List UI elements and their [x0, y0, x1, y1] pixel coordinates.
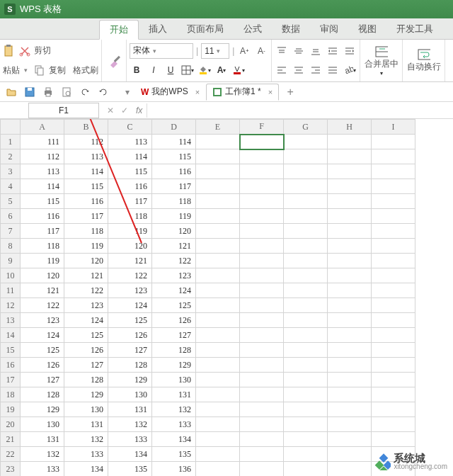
cell-G21[interactable]	[284, 432, 328, 447]
close-icon[interactable]: ×	[268, 88, 273, 96]
col-header-B[interactable]: B	[64, 120, 108, 135]
wps-home-tab[interactable]: W 我的WPS ×	[134, 84, 206, 101]
cell-A6[interactable]: 116	[21, 209, 64, 224]
cell-D1[interactable]: 114	[152, 135, 196, 149]
cell-B2[interactable]: 113	[64, 149, 108, 164]
cell-B19[interactable]: 130	[64, 402, 108, 417]
cell-C20[interactable]: 132	[108, 417, 152, 432]
cell-C2[interactable]: 114	[108, 149, 152, 164]
row-header-4[interactable]: 4	[1, 179, 21, 194]
cell-F5[interactable]	[240, 194, 284, 209]
cell-B8[interactable]: 119	[64, 239, 108, 254]
cell-C16[interactable]: 128	[108, 358, 152, 373]
cell-D20[interactable]: 133	[152, 417, 196, 432]
cell-G15[interactable]	[284, 343, 328, 358]
cell-G7[interactable]	[284, 224, 328, 239]
cell-H2[interactable]	[328, 149, 372, 164]
row-header-7[interactable]: 7	[1, 224, 21, 239]
cell-H4[interactable]	[328, 179, 372, 194]
cell-E8[interactable]	[196, 239, 240, 254]
cell-G2[interactable]	[284, 149, 328, 164]
cell-E2[interactable]	[196, 149, 240, 164]
cell-D12[interactable]: 125	[152, 298, 196, 313]
cell-E13[interactable]	[196, 313, 240, 328]
cell-I18[interactable]	[372, 387, 415, 402]
cell-F18[interactable]	[240, 387, 284, 402]
cell-D16[interactable]: 129	[152, 358, 196, 373]
cell-H20[interactable]	[328, 417, 372, 432]
cell-I5[interactable]	[372, 194, 415, 209]
cell-G4[interactable]	[284, 179, 328, 194]
cell-I4[interactable]	[372, 179, 415, 194]
row-header-13[interactable]: 13	[1, 313, 21, 328]
cell-H12[interactable]	[328, 298, 372, 313]
row-header-20[interactable]: 20	[1, 417, 21, 432]
cell-A19[interactable]: 129	[21, 402, 64, 417]
cell-D5[interactable]: 118	[152, 194, 196, 209]
cell-H3[interactable]	[328, 164, 372, 179]
cell-E19[interactable]	[196, 402, 240, 417]
cell-C8[interactable]: 120	[108, 239, 152, 254]
row-header-16[interactable]: 16	[1, 358, 21, 373]
cell-G5[interactable]	[284, 194, 328, 209]
cell-I15[interactable]	[372, 343, 415, 358]
cell-G8[interactable]	[284, 239, 328, 254]
cell-I16[interactable]	[372, 358, 415, 373]
cell-F13[interactable]	[240, 313, 284, 328]
cell-C19[interactable]: 131	[108, 402, 152, 417]
cell-C17[interactable]: 129	[108, 373, 152, 387]
cell-C6[interactable]: 118	[108, 209, 152, 224]
cell-I10[interactable]	[372, 268, 415, 283]
cell-F20[interactable]	[240, 417, 284, 432]
cell-A3[interactable]: 113	[21, 164, 64, 179]
cell-H10[interactable]	[328, 268, 372, 283]
cell-C10[interactable]: 122	[108, 268, 152, 283]
cell-B21[interactable]: 132	[64, 432, 108, 447]
cell-E21[interactable]	[196, 432, 240, 447]
cell-B14[interactable]: 125	[64, 328, 108, 343]
cell-E7[interactable]	[196, 224, 240, 239]
cell-H22[interactable]	[328, 447, 372, 462]
cell-B4[interactable]: 115	[64, 179, 108, 194]
cell-I19[interactable]	[372, 402, 415, 417]
cell-H16[interactable]	[328, 358, 372, 373]
row-header-5[interactable]: 5	[1, 194, 21, 209]
col-header-D[interactable]: D	[152, 120, 196, 135]
cell-C23[interactable]: 135	[108, 462, 152, 477]
cell-I20[interactable]	[372, 417, 415, 432]
increase-font-icon[interactable]: A+	[237, 44, 251, 58]
cell-I11[interactable]	[372, 283, 415, 298]
cell-H7[interactable]	[328, 224, 372, 239]
select-all-corner[interactable]	[1, 120, 21, 135]
align-top-icon[interactable]	[275, 44, 289, 58]
cell-G16[interactable]	[284, 358, 328, 373]
cell-C15[interactable]: 127	[108, 343, 152, 358]
decrease-font-icon[interactable]: A-	[254, 44, 268, 58]
cell-G20[interactable]	[284, 417, 328, 432]
cell-G6[interactable]	[284, 209, 328, 224]
cell-D4[interactable]: 117	[152, 179, 196, 194]
cell-B6[interactable]: 117	[64, 209, 108, 224]
cell-B15[interactable]: 126	[64, 343, 108, 358]
cell-F17[interactable]	[240, 373, 284, 387]
cell-C22[interactable]: 134	[108, 447, 152, 462]
menu-tab-公式[interactable]: 公式	[234, 19, 272, 39]
cell-I14[interactable]	[372, 328, 415, 343]
cell-C12[interactable]: 124	[108, 298, 152, 313]
cell-A16[interactable]: 126	[21, 358, 64, 373]
cell-H9[interactable]	[328, 254, 372, 268]
row-header-9[interactable]: 9	[1, 254, 21, 268]
cell-B23[interactable]: 134	[64, 462, 108, 477]
cell-I12[interactable]	[372, 298, 415, 313]
cell-I2[interactable]	[372, 149, 415, 164]
cell-I7[interactable]	[372, 224, 415, 239]
cell-E11[interactable]	[196, 283, 240, 298]
cell-F19[interactable]	[240, 402, 284, 417]
cell-G23[interactable]	[284, 462, 328, 477]
cell-C21[interactable]: 133	[108, 432, 152, 447]
copy-label[interactable]: 复制	[49, 64, 66, 76]
menu-tab-开始[interactable]: 开始	[99, 20, 139, 40]
cell-C11[interactable]: 123	[108, 283, 152, 298]
cell-F7[interactable]	[240, 224, 284, 239]
indent-left-icon[interactable]	[326, 44, 340, 58]
